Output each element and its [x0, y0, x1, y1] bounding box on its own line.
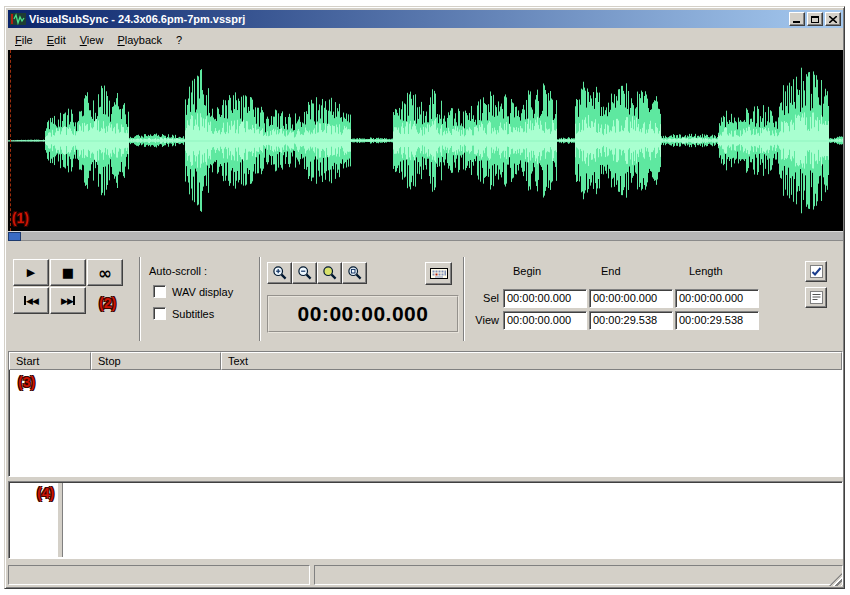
stop-icon: ■	[62, 265, 74, 280]
play-icon: ▶	[27, 266, 35, 279]
annotation-3: (3)	[18, 374, 35, 390]
waveform-display[interactable]	[8, 50, 843, 231]
skip-end-bar-icon	[73, 296, 75, 305]
subtitles-checkbox[interactable]	[153, 307, 166, 320]
wav-display-checkbox[interactable]	[153, 285, 166, 298]
menu-bar: File Edit View Playback ?	[8, 30, 843, 49]
zoom-selection-button[interactable]	[317, 262, 342, 284]
column-header-stop[interactable]: Stop	[91, 352, 221, 370]
close-button[interactable]	[825, 12, 841, 26]
zoom-out-button[interactable]	[292, 262, 317, 284]
column-header-begin: Begin	[513, 265, 541, 277]
subtitle-list-body[interactable]: (3)	[10, 370, 841, 475]
zoom-in-button[interactable]	[267, 262, 292, 284]
keyboard-icon	[430, 267, 448, 280]
text-pipe-button[interactable]	[805, 287, 827, 308]
minimize-icon	[793, 21, 800, 23]
zoom-out-icon	[297, 265, 313, 281]
status-panel-right	[314, 565, 843, 585]
column-header-start[interactable]: Start	[9, 352, 91, 370]
status-bar	[8, 563, 843, 587]
zoom-all-icon	[347, 265, 363, 281]
column-header-length: Length	[689, 265, 723, 277]
maximize-icon	[811, 16, 819, 23]
menu-view[interactable]: View	[73, 32, 111, 48]
waveform-scrollbar[interactable]	[8, 231, 843, 241]
subtitle-list-header: Start Stop Text	[9, 352, 842, 370]
maximize-button[interactable]	[807, 12, 823, 26]
sel-row-label: Sel	[473, 292, 499, 304]
view-begin-field[interactable]: 00:00:00.000	[503, 311, 587, 330]
error-check-button[interactable]	[805, 261, 827, 282]
app-window: VisualSubSync - 24.3x06.6pm-7pm.vssprj F…	[4, 6, 845, 589]
wav-display-label: WAV display	[172, 286, 233, 298]
splitter-handle[interactable]	[57, 483, 63, 557]
annotation-4: (4)	[37, 485, 54, 501]
view-length-field[interactable]: 00:00:29.538	[675, 311, 759, 330]
play-button[interactable]: ▶	[13, 259, 49, 286]
menu-help[interactable]: ?	[169, 32, 189, 48]
view-end-field[interactable]: 00:00:29.538	[589, 311, 673, 330]
next-button[interactable]: ▶▶	[50, 287, 86, 314]
menu-file[interactable]: File	[8, 32, 40, 48]
waveform-panel: (1)	[8, 50, 843, 241]
view-row-label: View	[473, 314, 499, 326]
annotation-1: (1)	[12, 210, 29, 226]
separator-1	[139, 257, 141, 341]
column-header-end: End	[601, 265, 621, 277]
sel-end-field[interactable]: 00:00:00.000	[589, 289, 673, 308]
loop-icon: ∞	[98, 268, 112, 278]
subtitle-list: Start Stop Text (3)	[8, 351, 843, 477]
separator-3	[463, 257, 465, 341]
zoom-in-icon	[272, 265, 288, 281]
zoom-toolbar	[267, 262, 367, 284]
stop-button[interactable]: ■	[50, 259, 86, 286]
sel-begin-field[interactable]: 00:00:00.000	[503, 289, 587, 308]
time-display-value: 00:00:00.000	[298, 302, 429, 326]
checkmark-icon	[810, 265, 823, 278]
time-display: 00:00:00.000	[267, 295, 459, 333]
column-header-text[interactable]: Text	[221, 352, 842, 370]
wav-display-option: WAV display	[153, 285, 233, 298]
waveform-scrollbar-thumb[interactable]	[8, 232, 21, 241]
next-icon: ▶▶	[61, 296, 73, 306]
menu-playback[interactable]: Playback	[110, 32, 169, 48]
playback-cursor	[10, 50, 11, 231]
window-title: VisualSubSync - 24.3x06.6pm-7pm.vssprj	[29, 13, 787, 25]
app-icon	[10, 12, 26, 26]
annotation-2: (2)	[99, 295, 116, 311]
status-panel-left	[8, 565, 310, 585]
menu-edit[interactable]: Edit	[40, 32, 73, 48]
subtitles-option: Subtitles	[153, 307, 214, 320]
previous-button[interactable]: ◀◀	[13, 287, 49, 314]
loop-button[interactable]: ∞	[87, 259, 123, 286]
zoom-all-button[interactable]	[342, 262, 367, 284]
text-document-icon	[810, 291, 823, 304]
close-icon	[829, 16, 837, 23]
autoscroll-label: Auto-scroll :	[149, 265, 207, 277]
sel-length-field[interactable]: 00:00:00.000	[675, 289, 759, 308]
separator-2	[259, 257, 261, 341]
zoom-selection-icon	[322, 265, 338, 281]
keyboard-button[interactable]	[425, 262, 452, 285]
title-bar: VisualSubSync - 24.3x06.6pm-7pm.vssprj	[8, 10, 843, 28]
previous-icon: ◀◀	[26, 296, 38, 306]
subtitles-label: Subtitles	[172, 308, 214, 320]
minimize-button[interactable]	[789, 12, 805, 26]
subtitle-text-area[interactable]: (4)	[8, 481, 843, 559]
